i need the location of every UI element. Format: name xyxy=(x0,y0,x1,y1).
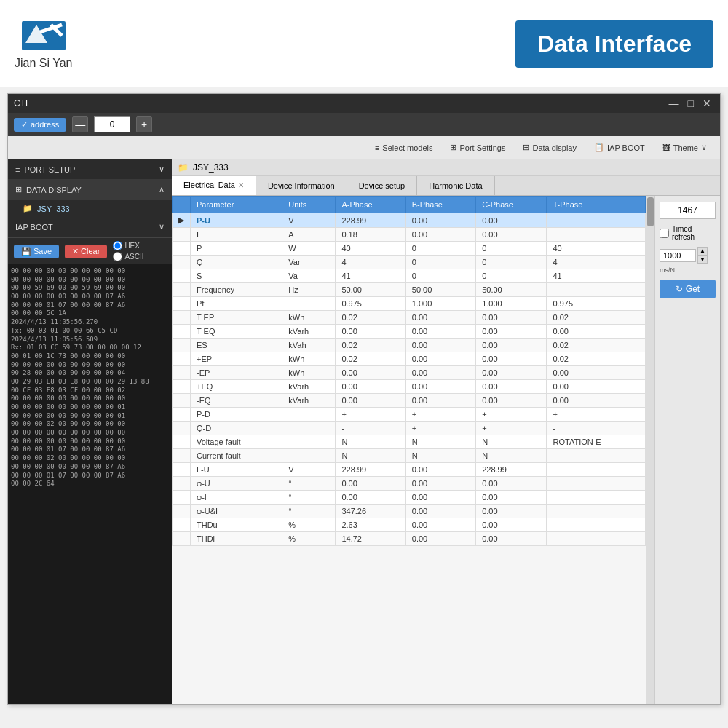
t-phase-cell xyxy=(547,228,646,242)
param-cell: P-U xyxy=(191,213,282,228)
tab-electrical-data[interactable]: Electrical Data ✕ xyxy=(172,176,256,195)
row-arrow xyxy=(173,449,191,463)
table-row: THDu % 2.63 0.00 0.00 xyxy=(173,518,646,532)
param-cell: Voltage fault xyxy=(191,435,282,449)
b-phase-cell: N xyxy=(405,435,475,449)
close-button[interactable]: ✕ xyxy=(700,98,714,109)
tab-iap-boot[interactable]: 📋 IAP BOOT xyxy=(587,141,652,154)
interval-unit: ms/N xyxy=(660,266,716,274)
address-input[interactable] xyxy=(94,116,130,132)
c-phase-cell: 0.00 xyxy=(476,325,547,339)
tab-select-models[interactable]: ≡ Select models xyxy=(368,141,440,154)
a-phase-cell: 40 xyxy=(336,242,405,256)
get-button[interactable]: ↻ Get xyxy=(660,280,716,298)
top-nav: ≡ Select models ⊞ Port Settings ⊞ Data d… xyxy=(8,136,720,159)
jsy333-folder-icon: 📁 xyxy=(23,204,33,213)
sidebar: ≡ PORT SETUP ∨ ⊞ DATA DISPLAY ∧ 📁 JSY_33… xyxy=(8,159,172,704)
table-row: I A 0.18 0.00 0.00 xyxy=(173,228,646,242)
tab-theme[interactable]: 🖼 Theme ∨ xyxy=(655,141,714,154)
table-row: Voltage fault N N N ROTATION-E xyxy=(173,435,646,449)
sidebar-item-jsy333[interactable]: 📁 JSY_333 xyxy=(8,200,172,217)
a-phase-cell: 0.02 xyxy=(336,352,405,366)
row-arrow xyxy=(173,463,191,477)
t-phase-cell: - xyxy=(547,422,646,435)
param-cell: Frequency xyxy=(191,283,282,297)
timed-refresh-row: Timed refresh xyxy=(660,225,716,241)
ascii-radio[interactable]: ASCII xyxy=(113,252,143,261)
b-phase-cell: 0.00 xyxy=(405,491,475,505)
ascii-radio-input[interactable] xyxy=(113,252,122,261)
interval-down-button[interactable]: ▼ xyxy=(697,256,708,264)
param-cell: P xyxy=(191,242,282,256)
units-cell: kVarh xyxy=(282,325,336,339)
sidebar-item-data-display[interactable]: ⊞ DATA DISPLAY ∧ xyxy=(8,180,172,200)
tab-port-settings[interactable]: ⊞ Port Settings xyxy=(443,141,513,154)
tab-harmonic-data[interactable]: Harmonic Data xyxy=(417,176,494,195)
interval-input[interactable] xyxy=(660,249,696,262)
b-phase-cell: 0.00 xyxy=(405,366,475,380)
sidebar-item-dd-left: ⊞ DATA DISPLAY xyxy=(15,185,82,194)
sidebar-item-iap-boot[interactable]: IAP BOOT ∨ xyxy=(8,217,172,237)
table-row: T EP kWh 0.02 0.00 0.00 0.02 xyxy=(173,311,646,325)
b-phase-cell: 1.000 xyxy=(405,297,475,311)
a-phase-cell: 0.975 xyxy=(336,297,405,311)
tab-data-display[interactable]: ⊞ Data display xyxy=(515,141,584,154)
save-icon: 💾 xyxy=(21,247,31,256)
row-arrow xyxy=(173,297,191,311)
value-display[interactable] xyxy=(660,202,716,219)
clear-button[interactable]: ✕ Clear xyxy=(65,245,107,258)
maximize-button[interactable]: □ xyxy=(685,98,697,109)
timed-refresh-checkbox[interactable] xyxy=(660,229,669,238)
b-phase-cell: 0.00 xyxy=(405,311,475,325)
row-arrow xyxy=(173,242,191,256)
data-tabs: Electrical Data ✕ Device Information Dev… xyxy=(172,176,720,196)
electrical-data-table: Parameter Units A-Phase B-Phase C-Phase … xyxy=(172,196,646,546)
iap-arrow: ∨ xyxy=(159,222,165,232)
units-cell xyxy=(282,408,336,422)
save-button[interactable]: 💾 Save xyxy=(14,245,59,258)
table-row: +EP kWh 0.02 0.00 0.00 0.02 xyxy=(173,352,646,366)
decrement-button[interactable]: — xyxy=(72,116,88,132)
c-phase-cell: 0 xyxy=(476,269,547,283)
address-button[interactable]: address xyxy=(14,118,66,132)
units-cell xyxy=(282,297,336,311)
units-cell: kWh xyxy=(282,352,336,366)
param-cell: Q-D xyxy=(191,422,282,435)
jsy333-label: JSY_333 xyxy=(37,205,70,213)
table-row: Current fault N N N xyxy=(173,449,646,463)
tab-device-info[interactable]: Device Information xyxy=(256,176,347,195)
app-window: CTE — □ ✕ address — + ≡ Select models ⊞ … xyxy=(7,93,721,705)
minimize-button[interactable]: — xyxy=(666,98,682,109)
col-c-phase: C-Phase xyxy=(476,197,547,213)
folder-bar: 📁 JSY_333 xyxy=(172,159,720,176)
units-cell: kWh xyxy=(282,366,336,380)
increment-button[interactable]: + xyxy=(136,116,152,132)
title-bar-left: CTE xyxy=(14,98,31,108)
units-cell xyxy=(282,422,336,435)
t-phase-cell xyxy=(547,532,646,546)
table-row: φ-U ° 0.00 0.00 0.00 xyxy=(173,477,646,491)
interval-up-button[interactable]: ▲ xyxy=(697,247,708,256)
close-electrical-tab[interactable]: ✕ xyxy=(238,181,244,189)
hex-radio-input[interactable] xyxy=(113,241,122,250)
units-cell xyxy=(282,449,336,463)
t-phase-cell xyxy=(547,518,646,532)
units-cell: kVarh xyxy=(282,394,336,408)
b-phase-cell: N xyxy=(405,449,475,463)
device-setup-tab-label: Device setup xyxy=(359,181,405,190)
param-cell: T EP xyxy=(191,311,282,325)
a-phase-cell: 347.26 xyxy=(336,505,405,518)
param-cell: THDu xyxy=(191,518,282,532)
data-display-arrow: ∧ xyxy=(159,185,165,194)
hex-radio[interactable]: HEX xyxy=(113,241,143,250)
a-phase-cell: 41 xyxy=(336,269,405,283)
tab-device-setup[interactable]: Device setup xyxy=(347,176,418,195)
c-phase-cell: 0.00 xyxy=(476,394,547,408)
scrollbar[interactable] xyxy=(646,196,654,704)
t-phase-cell xyxy=(547,477,646,491)
sidebar-item-port-setup[interactable]: ≡ PORT SETUP ∨ xyxy=(8,159,172,180)
b-phase-cell: 0.00 xyxy=(405,518,475,532)
c-phase-cell: 0.00 xyxy=(476,477,547,491)
a-phase-cell: 14.72 xyxy=(336,532,405,546)
row-arrow xyxy=(173,228,191,242)
